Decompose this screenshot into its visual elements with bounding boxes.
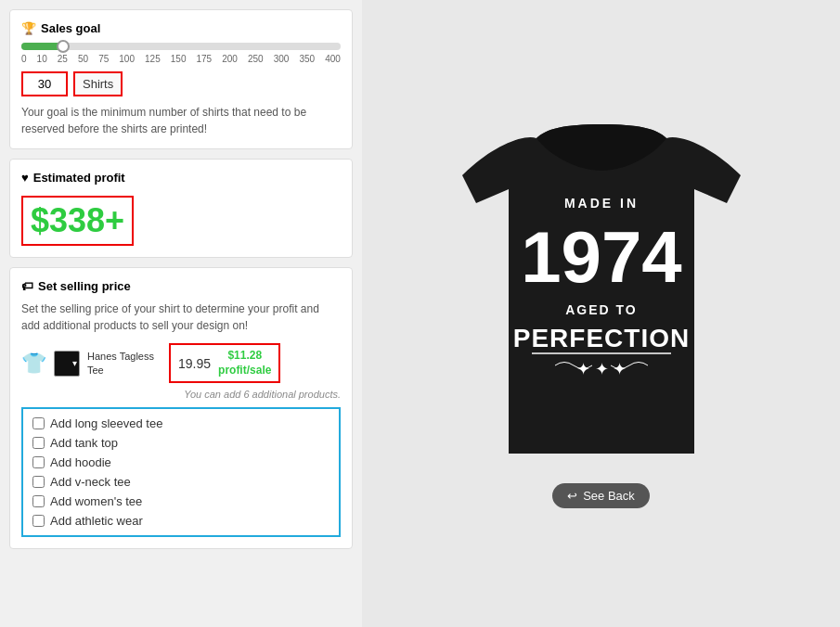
add-tank-top-checkbox[interactable] — [32, 437, 45, 449]
goal-label: Shirts — [73, 71, 123, 96]
shirt-icon: 👕 — [21, 352, 46, 376]
additional-products-note: You can add 6 additional products. — [21, 389, 341, 400]
set-selling-price-title: 🏷 Set selling price — [21, 279, 341, 293]
svg-text:1974: 1974 — [521, 216, 682, 298]
slider-track — [21, 43, 341, 50]
add-hoodie-label: Add hoodie — [50, 455, 111, 469]
add-long-sleeved-tee-checkbox[interactable] — [32, 417, 45, 429]
add-long-sleeved-tee-item[interactable]: Add long sleeved tee — [32, 416, 330, 430]
goal-description: Your goal is the minimum number of shirt… — [21, 104, 341, 137]
price-box: 19.95 $11.28 profit/sale — [169, 343, 280, 383]
add-athletic-wear-checkbox[interactable] — [32, 515, 45, 527]
add-long-sleeved-tee-label: Add long sleeved tee — [50, 416, 162, 430]
profit-amount-label: $11.28 — [218, 349, 271, 364]
sales-goal-card: 🏆 Sales goal 0 10 25 50 75 100 125 150 1… — [9, 9, 353, 149]
estimated-profit-title: ♥ Estimated profit — [21, 171, 341, 185]
tshirt-svg: MADE IN 1974 AGED TO PERFECTION ✦ ✦ ✦ — [444, 120, 759, 472]
estimated-profit-card: ♥ Estimated profit $338+ — [9, 159, 353, 258]
add-products-list: Add long sleeved tee Add tank top Add ho… — [21, 407, 341, 537]
add-athletic-wear-label: Add athletic wear — [50, 514, 143, 528]
slider-fill — [21, 43, 59, 50]
see-back-button[interactable]: ↩ See Back — [552, 483, 650, 508]
add-womens-tee-checkbox[interactable] — [32, 495, 45, 507]
sales-goal-title: 🏆 Sales goal — [21, 21, 341, 35]
slider-thumb[interactable] — [57, 40, 70, 53]
heart-icon: ♥ — [21, 171, 29, 185]
add-hoodie-checkbox[interactable] — [32, 456, 45, 468]
color-swatch[interactable]: ▾ — [54, 351, 80, 377]
profit-sale-label: profit/sale — [218, 364, 271, 378]
svg-text:MADE IN: MADE IN — [563, 196, 638, 211]
add-vneck-tee-label: Add v-neck tee — [50, 475, 131, 489]
price-value[interactable]: 19.95 — [178, 356, 211, 371]
see-back-label: See Back — [583, 489, 635, 503]
goal-input[interactable] — [21, 71, 68, 96]
add-athletic-wear-item[interactable]: Add athletic wear — [32, 514, 330, 528]
tag-icon: 🏷 — [21, 279, 33, 293]
dropdown-arrow-icon: ▾ — [72, 358, 77, 368]
add-womens-tee-label: Add women's tee — [50, 494, 142, 508]
right-panel: MADE IN 1974 AGED TO PERFECTION ✦ ✦ ✦ ↩ … — [362, 0, 840, 627]
goal-input-row: Shirts — [21, 71, 341, 96]
add-tank-top-item[interactable]: Add tank top — [32, 436, 330, 450]
add-womens-tee-item[interactable]: Add women's tee — [32, 494, 330, 508]
svg-text:AGED TO: AGED TO — [565, 302, 638, 317]
tshirt-preview: MADE IN 1974 AGED TO PERFECTION ✦ ✦ ✦ ↩ … — [444, 120, 759, 508]
set-selling-price-card: 🏷 Set selling price Set the selling pric… — [9, 267, 353, 549]
slider-labels: 0 10 25 50 75 100 125 150 175 200 250 30… — [21, 54, 341, 64]
svg-text:✦ ✦ ✦: ✦ ✦ ✦ — [576, 360, 627, 378]
add-vneck-tee-checkbox[interactable] — [32, 476, 45, 488]
product-name: Hanes Tagless Tee — [87, 350, 162, 377]
rotate-icon: ↩ — [567, 489, 577, 503]
left-panel: 🏆 Sales goal 0 10 25 50 75 100 125 150 1… — [0, 0, 362, 627]
profit-per-sale: $11.28 profit/sale — [218, 349, 271, 377]
trophy-icon: 🏆 — [21, 21, 36, 35]
add-hoodie-item[interactable]: Add hoodie — [32, 455, 330, 469]
add-tank-top-label: Add tank top — [50, 436, 118, 450]
price-description: Set the selling price of your shirt to d… — [21, 301, 341, 334]
add-vneck-tee-item[interactable]: Add v-neck tee — [32, 475, 330, 489]
sales-goal-slider-container: 0 10 25 50 75 100 125 150 175 200 250 30… — [21, 43, 341, 64]
product-row: 👕 ▾ Hanes Tagless Tee 19.95 $11.28 profi… — [21, 343, 341, 383]
svg-text:PERFECTION: PERFECTION — [512, 324, 689, 352]
profit-amount: $338+ — [21, 196, 134, 246]
